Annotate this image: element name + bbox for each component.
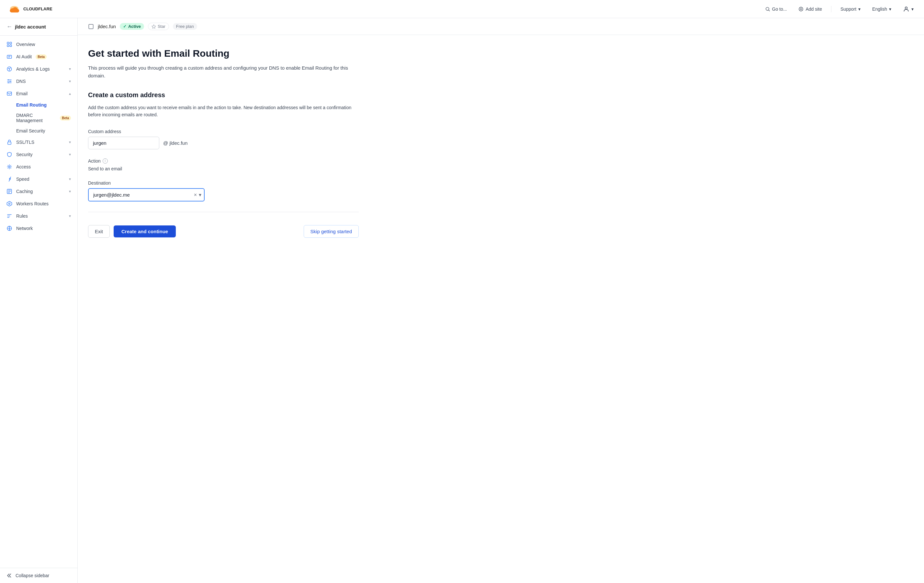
sidebar-item-rules[interactable]: Rules ▾	[0, 210, 78, 222]
status-label: Active	[128, 24, 141, 29]
domain-icon	[88, 24, 94, 30]
sidebar-item-ai-audit[interactable]: AI Audit Beta	[0, 51, 78, 63]
navbar-actions: Go to... Add site Support ▾ English ▾ ▾	[762, 5, 916, 13]
destination-group: Destination × ▾	[88, 180, 359, 201]
sidebar-item-rules-label: Rules	[16, 213, 28, 219]
star-button[interactable]: Star	[148, 23, 169, 30]
add-site-button[interactable]: Add site	[796, 5, 825, 13]
svg-rect-13	[7, 92, 12, 96]
skip-getting-started-button[interactable]: Skip getting started	[304, 225, 359, 238]
sidebar-item-speed[interactable]: Speed ▾	[0, 173, 78, 185]
action-group: Action i Send to an email	[88, 159, 359, 171]
svg-point-10	[8, 79, 9, 80]
search-icon	[765, 7, 770, 12]
svg-marker-21	[152, 25, 156, 28]
sidebar-item-caching-label: Caching	[16, 189, 33, 194]
add-site-label: Add site	[805, 7, 822, 12]
sidebar-item-security-label: Security	[16, 152, 33, 157]
user-chevron-icon: ▾	[911, 7, 914, 12]
destination-input-wrap: × ▾	[88, 188, 205, 201]
user-button[interactable]: ▾	[900, 5, 916, 13]
rules-icon	[7, 213, 12, 219]
sidebar-item-caching[interactable]: Caching ▾	[0, 185, 78, 198]
sidebar-item-overview[interactable]: Overview	[0, 38, 78, 51]
support-label: Support	[840, 7, 856, 12]
star-icon	[152, 24, 156, 29]
sidebar-item-email-security[interactable]: Email Security	[16, 126, 78, 136]
at-domain: @ jldec.fun	[163, 140, 188, 146]
back-button[interactable]: ←	[7, 23, 12, 30]
plan-badge: Free plan	[173, 23, 197, 30]
svg-point-3	[905, 7, 908, 9]
destination-input[interactable]	[88, 188, 205, 201]
navbar: CLOUDFLARE Go to... Add site Support ▾ E…	[0, 0, 924, 18]
destination-dropdown-button[interactable]: ▾	[199, 192, 201, 198]
svg-rect-20	[89, 24, 93, 29]
shield-icon	[7, 152, 12, 157]
add-site-icon	[799, 7, 804, 12]
sidebar-item-analytics-logs[interactable]: Analytics & Logs ▾	[0, 63, 78, 75]
status-badge: ✓ Active	[120, 23, 144, 30]
svg-marker-17	[7, 201, 12, 206]
svg-point-18	[9, 203, 10, 205]
sidebar-item-ai-audit-label: AI Audit	[16, 54, 32, 59]
section-title: Create a custom address	[88, 91, 359, 99]
sidebar-item-dmarc[interactable]: DMARC Management Beta	[16, 110, 78, 126]
email-icon	[7, 91, 12, 96]
svg-rect-14	[8, 142, 12, 144]
svg-point-11	[10, 81, 11, 82]
collapse-sidebar-button[interactable]: Collapse sidebar	[0, 568, 78, 583]
destination-clear-button[interactable]: ×	[194, 192, 197, 198]
sidebar-item-workers-routes-label: Workers Routes	[16, 201, 49, 206]
sidebar-item-network-label: Network	[16, 226, 33, 231]
goto-button[interactable]: Go to...	[762, 5, 790, 13]
logo[interactable]: CLOUDFLARE	[8, 5, 53, 13]
email-routing-label: Email Routing	[16, 102, 46, 107]
sidebar-item-email[interactable]: Email ▴	[0, 88, 78, 100]
domain-bar: jldec.fun ✓ Active Star Free plan	[78, 18, 924, 35]
destination-icons: × ▾	[194, 192, 201, 198]
sidebar-nav: Overview AI Audit Beta Analytics & Logs …	[0, 36, 78, 568]
analytics-logs-chevron-icon: ▾	[69, 67, 71, 71]
domain-name: jldec.fun	[98, 24, 116, 29]
dns-chevron-icon: ▾	[69, 79, 71, 84]
language-chevron-icon: ▾	[889, 7, 891, 12]
sidebar-item-overview-label: Overview	[16, 42, 35, 47]
email-security-label: Email Security	[16, 128, 45, 134]
sidebar-item-dns[interactable]: DNS ▾	[0, 75, 78, 88]
sidebar-item-security[interactable]: Security ▾	[0, 149, 78, 161]
exit-button[interactable]: Exit	[88, 225, 110, 238]
create-continue-button[interactable]: Create and continue	[114, 225, 176, 238]
support-button[interactable]: Support ▾	[838, 5, 863, 13]
sidebar-account: ← jldec account	[0, 18, 78, 36]
custom-address-label: Custom address	[88, 129, 359, 134]
sidebar-item-network[interactable]: Network	[0, 222, 78, 235]
main-content: jldec.fun ✓ Active Star Free plan Get st…	[78, 18, 924, 583]
dmarc-label: DMARC Management	[16, 113, 57, 123]
sidebar-item-ssl-tls-label: SSL/TLS	[16, 140, 34, 145]
access-icon	[7, 164, 12, 170]
sidebar-item-email-routing[interactable]: Email Routing	[16, 100, 78, 110]
cloudflare-logo-icon	[8, 5, 21, 13]
support-chevron-icon: ▾	[858, 7, 861, 12]
ai-audit-badge: Beta	[36, 55, 46, 59]
action-info-icon[interactable]: i	[102, 159, 108, 164]
collapse-sidebar-label: Collapse sidebar	[15, 573, 49, 578]
language-button[interactable]: English ▾	[870, 5, 894, 13]
custom-address-group: Custom address @ jldec.fun	[88, 129, 359, 149]
account-name: jldec account	[15, 24, 46, 30]
sidebar-item-dns-label: DNS	[16, 79, 26, 84]
navbar-divider	[831, 6, 832, 12]
custom-address-input[interactable]	[88, 137, 159, 149]
layout: ← jldec account Overview AI A	[0, 18, 924, 583]
sidebar-item-workers-routes[interactable]: Workers Routes	[0, 198, 78, 210]
page-desc: This process will guide you through crea…	[88, 64, 359, 80]
chart-icon	[7, 66, 12, 72]
sidebar-item-ssl-tls[interactable]: SSL/TLS ▾	[0, 136, 78, 149]
dmarc-badge: Beta	[60, 116, 71, 121]
svg-rect-8	[7, 55, 12, 59]
grid-icon	[7, 41, 12, 47]
sidebar-item-analytics-logs-label: Analytics & Logs	[16, 66, 50, 71]
speed-icon	[7, 176, 12, 182]
sidebar-item-access[interactable]: Access	[0, 161, 78, 173]
